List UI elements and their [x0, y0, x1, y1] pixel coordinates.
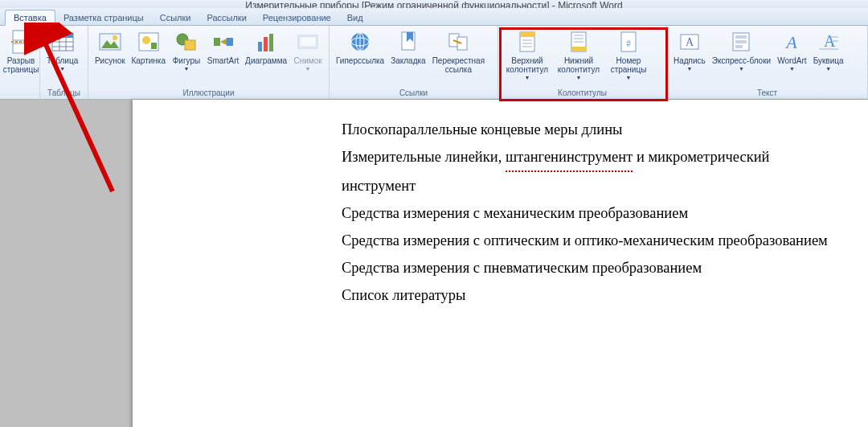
document-page[interactable]: Плоскопараллельные концевые меры длины И…	[133, 100, 868, 427]
svg-rect-16	[185, 40, 195, 50]
shapes-icon	[174, 29, 199, 55]
chart-label: Диаграмма	[245, 56, 287, 65]
window-title: Измерительные приборы [Режим ограниченно…	[245, 0, 622, 8]
pagenumber-button[interactable]: # Номер страницы ▼	[604, 27, 653, 82]
chevron-down-icon: ▼	[525, 75, 530, 80]
document-workspace: Плоскопараллельные концевые меры длины И…	[0, 100, 868, 427]
screenshot-button[interactable]: Снимок ▼	[290, 27, 326, 73]
doc-line: Плоскопараллельные концевые меры длины	[342, 116, 844, 143]
quickparts-icon	[728, 29, 754, 55]
crossref-label: Перекрестная ссылка	[432, 56, 485, 74]
svg-rect-14	[151, 43, 157, 49]
header-button[interactable]: Верхний колонтитул ▼	[502, 27, 553, 82]
chevron-down-icon: ▼	[59, 66, 65, 72]
svg-rect-1	[13, 43, 27, 53]
textbox-icon: A	[677, 29, 702, 55]
screenshot-label: Снимок	[293, 56, 321, 65]
group-illustrations-label: Иллюстрации	[88, 87, 329, 99]
table-button[interactable]: Таблица ▼	[43, 27, 81, 73]
screenshot-icon	[295, 29, 321, 55]
spellcheck-error: штангенинструмент	[506, 143, 633, 172]
picture-label: Рисунок	[95, 56, 125, 65]
svg-point-13	[142, 36, 150, 44]
chart-icon	[253, 29, 279, 55]
footer-button[interactable]: Нижний колонтитул ▼	[553, 27, 604, 82]
chevron-down-icon: ▼	[825, 66, 831, 72]
chart-button[interactable]: Диаграмма	[242, 27, 290, 67]
crossref-button[interactable]: Перекрестная ссылка	[429, 27, 488, 76]
bookmark-icon	[395, 29, 421, 55]
smartart-button[interactable]: SmartArt	[204, 27, 242, 67]
svg-rect-17	[214, 38, 220, 46]
wordart-icon: A	[779, 29, 805, 55]
clipart-label: Картинка	[131, 56, 166, 65]
hyperlink-button[interactable]: Гиперссылка	[333, 27, 387, 67]
bookmark-label: Закладка	[391, 56, 425, 65]
pagenumber-icon: #	[616, 29, 641, 55]
wordart-label: WordArt	[777, 56, 807, 65]
footer-icon	[566, 29, 592, 55]
svg-rect-48	[735, 35, 747, 39]
dropcap-button[interactable]: A Буквица ▼	[810, 27, 847, 73]
crossref-icon	[445, 29, 471, 55]
svg-rect-50	[735, 45, 743, 48]
header-icon	[514, 29, 540, 55]
svg-rect-39	[571, 47, 586, 51]
svg-rect-22	[269, 34, 273, 51]
doc-line: Измерительные линейки, штангенинструмент…	[342, 143, 844, 172]
quickparts-label: Экспресс-блоки	[712, 56, 771, 65]
svg-rect-18	[227, 38, 233, 46]
hyperlink-label: Гиперссылка	[336, 56, 384, 65]
doc-line: Средства измерения с пневматическим прео…	[342, 254, 844, 281]
chevron-down-icon: ▼	[576, 75, 582, 80]
hyperlink-icon	[347, 29, 373, 55]
header-label: Верхний колонтитул	[506, 56, 548, 74]
smartart-label: SmartArt	[207, 56, 239, 65]
footer-label: Нижний колонтитул	[558, 56, 600, 74]
group-tables-label: Таблицы	[40, 87, 88, 99]
table-label: Таблица	[47, 56, 78, 65]
page-break-icon	[8, 29, 34, 55]
chevron-down-icon: ▼	[789, 66, 795, 72]
group-pages-label	[0, 96, 39, 99]
textbox-label: Надпись	[674, 56, 706, 65]
doc-line: Средства измерения с механическим преобр…	[342, 199, 844, 227]
quickparts-button[interactable]: Экспресс-блоки ▼	[709, 27, 774, 73]
doc-line: Список литературы	[342, 281, 844, 309]
page-break-button[interactable]: Разрыв страницы	[3, 27, 39, 76]
clipart-icon	[136, 29, 162, 55]
svg-text:#: #	[626, 39, 631, 48]
group-links-label: Ссылки	[330, 87, 497, 99]
tab-insert[interactable]: Вставка	[5, 10, 55, 26]
picture-button[interactable]: Рисунок	[92, 27, 129, 67]
group-text-label: Текст	[667, 87, 867, 99]
tab-mailings[interactable]: Рассылки	[199, 10, 254, 25]
shapes-button[interactable]: Фигуры ▼	[169, 27, 204, 73]
table-icon	[50, 29, 76, 55]
svg-rect-32	[457, 37, 467, 50]
chevron-down-icon: ▼	[305, 66, 311, 72]
doc-line: инструмент	[342, 172, 844, 199]
svg-marker-19	[220, 39, 227, 45]
tab-review[interactable]: Рецензирование	[255, 10, 339, 25]
page-break-label: Разрыв страницы	[3, 56, 39, 74]
chevron-down-icon: ▼	[739, 66, 744, 72]
bookmark-button[interactable]: Закладка	[387, 27, 428, 67]
svg-rect-20	[258, 42, 262, 51]
svg-point-11	[113, 35, 117, 40]
dropcap-icon: A	[816, 29, 841, 55]
svg-rect-49	[735, 40, 747, 43]
clipart-button[interactable]: Картинка	[129, 27, 169, 67]
tab-page-layout[interactable]: Разметка страницы	[55, 10, 152, 25]
wordart-button[interactable]: A WordArt ▼	[774, 27, 810, 73]
group-headerfooter-label: Колонтитулы	[498, 87, 666, 99]
tab-references[interactable]: Ссылки	[152, 10, 199, 25]
chevron-down-icon: ▼	[626, 75, 632, 80]
tab-view[interactable]: Вид	[339, 10, 371, 25]
svg-rect-21	[264, 37, 268, 51]
textbox-button[interactable]: A Надпись ▼	[670, 27, 709, 73]
svg-text:A: A	[686, 36, 694, 48]
pagenumber-label: Номер страницы	[611, 56, 647, 74]
svg-rect-4	[52, 33, 73, 38]
doc-line: Средства измерения с оптическим и оптико…	[342, 227, 844, 254]
